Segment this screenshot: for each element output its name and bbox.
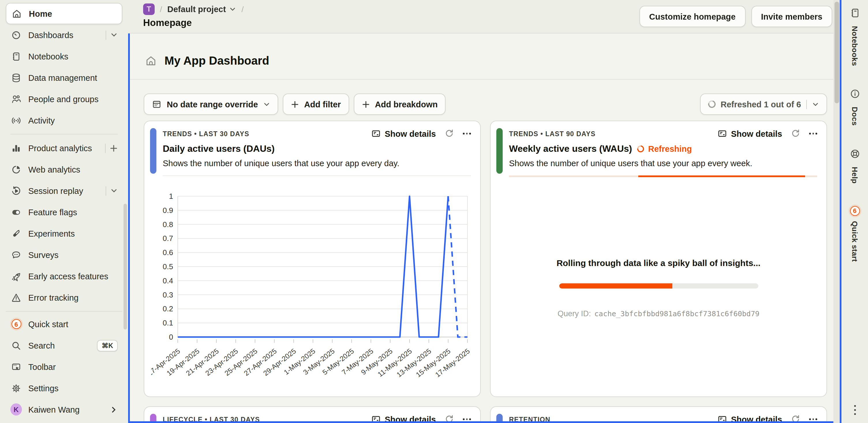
rail-item-notebooks[interactable]: Notebooks [849,7,860,66]
quick-start-badge-icon: 6 [850,206,860,215]
main-panel: My App Dashboard No date range override … [128,33,840,423]
more-menu-button[interactable] [463,418,471,420]
warning-triangle-icon [10,292,22,303]
sidebar-item-surveys[interactable]: Surveys [6,244,122,266]
sidebar-item-home[interactable]: Home [6,3,122,24]
refresh-icon[interactable] [444,414,454,423]
chevron-down-icon[interactable] [110,187,118,194]
divider [105,143,105,153]
sidebar-item-early-access-features[interactable]: Early access features [6,266,122,287]
sidebar-item-notebooks[interactable]: Notebooks [6,46,122,67]
sidebar-item-web-analytics[interactable]: Web analytics [6,159,122,180]
sidebar-item-experiments[interactable]: Experiments [6,223,122,244]
rail-item-quick-start[interactable]: 6 Quick start [850,206,860,262]
show-details-button[interactable]: Show details [717,414,782,423]
insight-card-retention[interactable]: RETENTION Show details Retention Re [490,406,827,423]
date-range-button[interactable]: No date range override [144,93,278,115]
svg-text:0.6: 0.6 [163,248,173,257]
sidebar-scrollbar-thumb[interactable] [124,204,127,330]
sidebar-item-settings[interactable]: Settings [6,377,122,399]
sidebar-item-label: Notebooks [28,52,68,61]
topbar: T / Default project / Homepage Customize… [128,0,841,33]
refresh-icon[interactable] [790,129,801,139]
svg-text:0.2: 0.2 [163,304,173,313]
sidebar-item-label: Web analytics [28,165,80,174]
sidebar-item-activity[interactable]: Activity [6,110,122,131]
sidebar-item-people-and-groups[interactable]: People and groups [6,88,122,110]
breadcrumb-separator: / [160,5,162,14]
svg-text:0.4: 0.4 [163,276,173,285]
sidebar-item-label: Home [29,9,52,18]
invite-members-button[interactable]: Invite members [751,6,832,27]
rail-more-menu-button[interactable] [854,405,856,415]
sidebar-item-error-tracking[interactable]: Error tracking [6,287,122,308]
info-icon [849,88,860,101]
svg-text:1: 1 [169,192,173,201]
customize-homepage-button[interactable]: Customize homepage [640,6,746,27]
sidebar-item-dashboards[interactable]: Dashboards [6,24,122,46]
insight-card-weekly-active-users[interactable]: TRENDS • LAST 90 DAYS Show details Weekl… [490,121,827,397]
sidebar-item-data-management[interactable]: Data management [6,67,122,88]
rail-item-label: Quick start [850,221,859,262]
sidebar-item-session-replay[interactable]: Session replay [6,180,122,202]
database-icon [10,72,22,83]
page-title: Homepage [143,17,192,28]
refreshing-status: Refreshing [637,144,692,153]
svg-text:0.5: 0.5 [163,262,173,271]
sidebar-item-search[interactable]: Search ⌘K [6,335,122,356]
main-scrollbar-thumb[interactable] [834,2,839,103]
card-tag: LIFECYCLE • LAST 30 DAYS [163,416,260,423]
progress-bar [559,283,758,289]
sidebar-item-label: Data management [28,73,97,82]
svg-text:0.7: 0.7 [163,234,173,243]
refresh-spinner-icon [706,99,717,109]
sidebar-item-quick-start[interactable]: 6 Quick start [6,313,122,335]
sidebar-item-label: Session replay [28,186,83,195]
refresh-status-button[interactable]: Refreshed 1 out of 6 [700,93,827,115]
sidebar-item-label: Search [28,341,55,350]
sidebar-item-label: Toolbar [28,362,56,371]
sidebar-user-menu[interactable]: K Kaiwen Wang [6,399,122,420]
details-panel-icon [371,414,381,423]
show-details-button[interactable]: Show details [371,414,436,423]
user-name: Kaiwen Wang [28,405,80,414]
sidebar-item-label: Activity [28,116,55,125]
sidebar-item-feature-flags[interactable]: Feature flags [6,202,122,223]
insight-card-growth-accounting[interactable]: LIFECYCLE • LAST 30 DAYS Show details Gr… [144,406,481,423]
refresh-icon[interactable] [790,414,801,423]
sidebar-item-toolbar[interactable]: Toolbar [6,356,122,377]
search-icon [10,340,22,351]
people-icon [10,93,22,105]
plus-icon[interactable] [110,144,118,152]
rail-item-help[interactable]: Help [849,149,860,184]
more-menu-button[interactable] [463,133,471,134]
project-switcher[interactable]: Default project [167,5,236,14]
more-menu-button[interactable] [809,418,817,420]
show-details-button[interactable]: Show details [717,129,782,139]
rocket-icon [10,270,22,282]
chevron-down-icon[interactable] [110,31,118,39]
card-tag: TRENDS • LAST 30 DAYS [163,130,249,137]
card-loading-bar [509,175,817,177]
show-details-button[interactable]: Show details [371,129,436,139]
plus-icon [291,100,299,108]
sidebar-item-label: Experiments [28,229,75,238]
refresh-icon[interactable] [444,129,454,139]
rail-item-label: Notebooks [850,26,859,66]
card-accent-bar [496,414,503,423]
details-panel-icon [717,414,727,423]
rail-item-docs[interactable]: Docs [849,88,860,125]
more-menu-button[interactable] [809,133,817,134]
breadcrumb-separator: / [242,5,244,14]
add-breakdown-button[interactable]: Add breakdown [353,93,446,115]
divider [105,30,106,39]
project-badge[interactable]: T [143,3,155,15]
card-title: Weekly active users (WAUs) Refreshing [509,144,817,154]
insight-card-daily-active-users[interactable]: TRENDS • LAST 30 DAYS Show details Daily… [144,121,481,397]
dashboard-filters: No date range override Add filter Add br… [144,93,827,115]
add-filter-button[interactable]: Add filter [283,93,349,115]
sidebar-item-product-analytics[interactable]: Product analytics [6,137,122,159]
lifebuoy-icon [849,149,860,162]
calendar-icon [152,99,162,109]
toggle-icon [10,206,22,218]
